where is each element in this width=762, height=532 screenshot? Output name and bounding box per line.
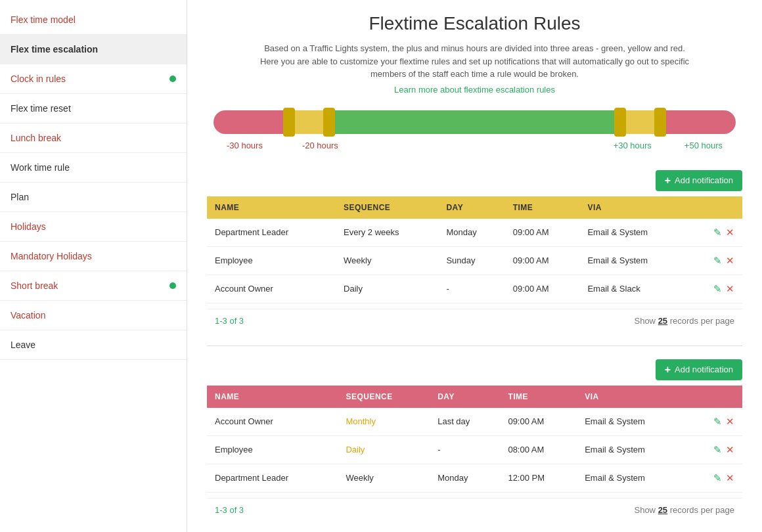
bar-handle-left[interactable] bbox=[283, 108, 295, 137]
cell-actions: ✎ ✕ bbox=[689, 219, 742, 247]
cell-sequence: Monthly bbox=[338, 408, 430, 436]
delete-icon[interactable]: ✕ bbox=[726, 444, 734, 456]
edit-icon[interactable]: ✎ bbox=[713, 444, 722, 456]
col-day-red: DAY bbox=[430, 386, 500, 408]
delete-icon[interactable]: ✕ bbox=[726, 416, 734, 428]
cell-time: 08:00 AM bbox=[500, 435, 577, 464]
cell-time: 09:00 AM bbox=[505, 275, 580, 303]
cell-day: - bbox=[438, 275, 504, 303]
table-row: Account Owner Monthly Last day 09:00 AM … bbox=[207, 408, 742, 436]
sidebar-item-label: Plan bbox=[11, 192, 29, 202]
sidebar-item-short-break[interactable]: Short break bbox=[0, 271, 187, 301]
cell-name: Department Leader bbox=[207, 464, 338, 492]
cell-day: Monday bbox=[430, 464, 500, 492]
bar-red-right bbox=[666, 110, 736, 134]
red-notification-table: NAME SEQUENCE DAY TIME VIA Account Owner… bbox=[207, 386, 742, 493]
sidebar-item-holidays[interactable]: Holidays bbox=[0, 212, 187, 242]
cell-sequence: Daily bbox=[338, 435, 430, 464]
sidebar-item-work-time-rule[interactable]: Work time rule bbox=[0, 153, 187, 183]
table-row: Department Leader Every 2 weeks Monday 0… bbox=[207, 219, 742, 247]
cell-day: - bbox=[430, 435, 500, 464]
sidebar-item-flex-time-model[interactable]: Flex time model bbox=[0, 5, 187, 35]
bar-handle-left2[interactable] bbox=[323, 108, 335, 137]
cell-via: Email & System bbox=[577, 464, 688, 492]
sidebar-item-plan[interactable]: Plan bbox=[0, 183, 187, 212]
sidebar-item-label: Clock in rules bbox=[11, 74, 66, 84]
bar-yellow-right bbox=[626, 110, 654, 134]
cell-name: Account Owner bbox=[207, 408, 338, 436]
table-header-row: NAME SEQUENCE DAY TIME VIA bbox=[207, 196, 742, 219]
add-notification-row-red: + Add notification bbox=[207, 359, 742, 380]
red-records-count: 25 bbox=[658, 505, 667, 515]
bar-labels-left: -30 hours -20 hours bbox=[227, 141, 338, 150]
add-notification-label: Add notification bbox=[675, 175, 733, 185]
bar-label-plus30: +30 hours bbox=[614, 141, 652, 150]
delete-icon[interactable]: ✕ bbox=[726, 255, 734, 267]
bar-green bbox=[335, 110, 614, 134]
sidebar-item-clock-in-rules[interactable]: Clock in rules bbox=[0, 64, 187, 94]
page-description: Based on a Traffic Lights system, the pl… bbox=[258, 42, 692, 81]
sidebar-item-flex-time-escalation[interactable]: Flex time escalation bbox=[0, 35, 187, 64]
delete-icon[interactable]: ✕ bbox=[726, 283, 734, 295]
edit-icon[interactable]: ✎ bbox=[713, 227, 722, 238]
add-notification-button-green[interactable]: + Add notification bbox=[656, 170, 742, 191]
cell-day: Monday bbox=[438, 219, 504, 247]
sidebar-item-vacation[interactable]: Vacation bbox=[0, 301, 187, 330]
sidebar-item-lunch-break[interactable]: Lunch break bbox=[0, 123, 187, 153]
table-row: Account Owner Daily - 09:00 AM Email & S… bbox=[207, 275, 742, 303]
green-records-per-page: Show 25 records per page bbox=[634, 316, 734, 326]
red-pagination-row: 1-3 of 3 Show 25 records per page bbox=[207, 498, 742, 521]
delete-icon[interactable]: ✕ bbox=[726, 227, 734, 238]
sidebar-item-leave[interactable]: Leave bbox=[0, 330, 187, 360]
sidebar-item-mandatory-holidays[interactable]: Mandatory Holidays bbox=[0, 242, 187, 271]
green-notification-table: NAME SEQUENCE DAY TIME VIA Department Le… bbox=[207, 196, 742, 303]
green-records-count: 25 bbox=[658, 316, 667, 326]
col-day: DAY bbox=[438, 196, 504, 219]
green-pagination-text: 1-3 of 3 bbox=[215, 316, 244, 326]
bar-labels-right: +30 hours +50 hours bbox=[614, 141, 723, 150]
cell-via: Email & System bbox=[577, 435, 688, 464]
plus-icon-red: + bbox=[665, 364, 671, 376]
section-divider bbox=[207, 345, 742, 346]
cell-name: Account Owner bbox=[207, 275, 336, 303]
main-content: Flextime Escalation Rules Based on a Tra… bbox=[187, 0, 762, 532]
status-dot bbox=[169, 282, 176, 289]
col-time-red: TIME bbox=[500, 386, 577, 408]
cell-actions: ✎ ✕ bbox=[688, 464, 742, 492]
cell-time: 09:00 AM bbox=[500, 408, 577, 436]
cell-time: 09:00 AM bbox=[505, 219, 580, 247]
col-sequence-red: SEQUENCE bbox=[338, 386, 430, 408]
page-title: Flextime Escalation Rules bbox=[207, 13, 742, 34]
cell-day: Sunday bbox=[438, 246, 504, 275]
learn-more-link[interactable]: Learn more about flextime escalation rul… bbox=[207, 85, 742, 95]
col-sequence: SEQUENCE bbox=[336, 196, 438, 219]
red-table-section: + Add notification NAME SEQUENCE DAY TIM… bbox=[207, 359, 742, 521]
red-pagination-text: 1-3 of 3 bbox=[215, 505, 244, 515]
col-name-red: NAME bbox=[207, 386, 338, 408]
sidebar-item-label: Flex time reset bbox=[11, 103, 71, 114]
bar-label-plus50: +50 hours bbox=[684, 141, 723, 150]
table-row: Employee Weekly Sunday 09:00 AM Email & … bbox=[207, 246, 742, 275]
bar-handle-right2[interactable] bbox=[654, 108, 666, 137]
sidebar-item-label: Holidays bbox=[11, 221, 46, 232]
bar-labels: -30 hours -20 hours +30 hours +50 hours bbox=[213, 141, 736, 150]
cell-actions: ✎ ✕ bbox=[688, 435, 742, 464]
delete-icon[interactable]: ✕ bbox=[726, 472, 734, 484]
sidebar-item-label: Leave bbox=[11, 340, 35, 350]
cell-name: Employee bbox=[207, 246, 336, 275]
edit-icon[interactable]: ✎ bbox=[713, 283, 722, 295]
edit-icon[interactable]: ✎ bbox=[713, 416, 722, 428]
red-records-per-page: Show 25 records per page bbox=[634, 505, 734, 515]
bar-handle-right[interactable] bbox=[614, 108, 626, 137]
add-notification-button-red[interactable]: + Add notification bbox=[656, 359, 742, 380]
cell-actions: ✎ ✕ bbox=[689, 275, 742, 303]
sidebar-item-label: Lunch break bbox=[11, 133, 61, 143]
col-time: TIME bbox=[505, 196, 580, 219]
cell-time: 12:00 PM bbox=[500, 464, 577, 492]
add-notification-label-red: Add notification bbox=[675, 365, 733, 374]
edit-icon[interactable]: ✎ bbox=[713, 472, 722, 484]
edit-icon[interactable]: ✎ bbox=[713, 255, 722, 267]
cell-via: Email & Slack bbox=[579, 275, 689, 303]
sidebar-item-flex-time-reset[interactable]: Flex time reset bbox=[0, 94, 187, 123]
cell-sequence: Daily bbox=[336, 275, 438, 303]
